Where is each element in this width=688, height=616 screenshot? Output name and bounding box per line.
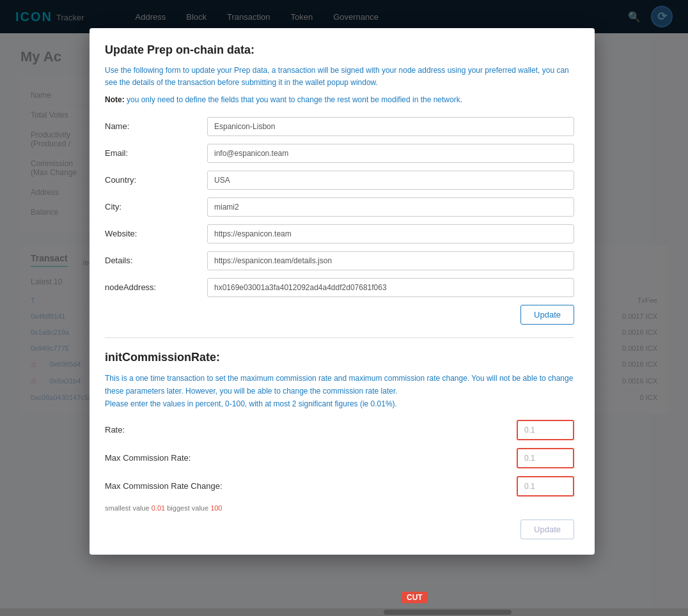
- label-email: Email:: [105, 148, 207, 158]
- label-website: Website:: [105, 229, 207, 238]
- form-row-name: Name:: [105, 117, 574, 136]
- modal-desc: Use the following form to update your Pr…: [105, 65, 574, 89]
- input-website[interactable]: [207, 224, 574, 243]
- label-rate: Rate:: [105, 425, 517, 435]
- modal-title-1: Update Prep on-chain data:: [105, 43, 574, 57]
- modal-note: Note: you only need to define the fields…: [105, 94, 574, 106]
- form-row-country: Country:: [105, 171, 574, 190]
- form-row-city: City:: [105, 197, 574, 217]
- label-name: Name:: [105, 121, 207, 131]
- commission-row-max-change: Max Commission Rate Change:: [105, 476, 574, 497]
- commission-row-max-rate: Max Commission Rate:: [105, 448, 574, 468]
- commission-desc: This is a one time transaction to set th…: [105, 372, 574, 411]
- hint-max: 100: [210, 504, 222, 512]
- input-details[interactable]: [207, 251, 574, 270]
- note-text: you only need to define the fields that …: [127, 95, 462, 104]
- form-row-nodeaddress: nodeAddress:: [105, 278, 574, 297]
- label-max-commission-rate-change: Max Commission Rate Change:: [105, 481, 517, 491]
- input-city[interactable]: [207, 197, 574, 217]
- label-country: Country:: [105, 175, 207, 185]
- form-row-details: Details:: [105, 251, 574, 270]
- modal: Update Prep on-chain data: Use the follo…: [90, 28, 595, 555]
- input-country[interactable]: [207, 171, 574, 190]
- section-divider: [105, 337, 574, 338]
- input-nodeaddress[interactable]: [207, 278, 574, 297]
- note-label: Note:: [105, 95, 125, 104]
- input-email[interactable]: [207, 144, 574, 163]
- modal-title-2: initCommissionRate:: [105, 351, 574, 364]
- form-row-email: Email:: [105, 144, 574, 163]
- cut-badge: CUT: [402, 592, 428, 603]
- form-row-website: Website:: [105, 224, 574, 243]
- label-city: City:: [105, 202, 207, 212]
- input-name[interactable]: [207, 117, 574, 136]
- update-button-2[interactable]: Update: [520, 520, 574, 539]
- input-rate[interactable]: [517, 420, 574, 440]
- hint-text: smallest value 0.01 biggest value 100: [105, 504, 574, 512]
- update-button-1[interactable]: Update: [520, 305, 574, 325]
- modal-inner: Update Prep on-chain data: Use the follo…: [90, 28, 595, 555]
- hint-min: 0.01: [152, 504, 165, 512]
- label-max-commission-rate: Max Commission Rate:: [105, 453, 517, 463]
- commission-row-rate: Rate:: [105, 420, 574, 440]
- label-details: Details:: [105, 256, 207, 265]
- input-max-commission-rate[interactable]: [517, 448, 574, 468]
- label-nodeaddress: nodeAddress:: [105, 282, 207, 292]
- input-max-commission-rate-change[interactable]: [517, 476, 574, 497]
